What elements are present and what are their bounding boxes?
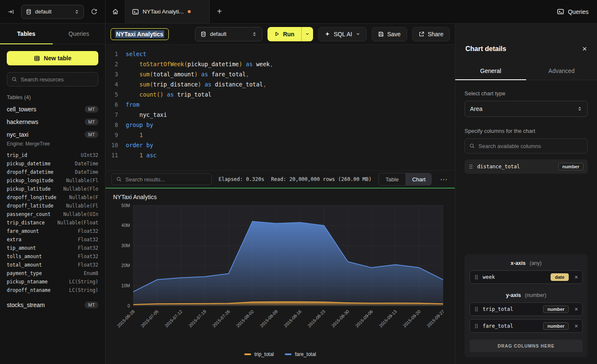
resource-search-input[interactable] <box>21 76 94 83</box>
tab-nytaxi-analytics[interactable]: NYTaxi Analyti... <box>125 0 210 23</box>
code-line[interactable]: 2 toStartOfWeek(pickup_datetime) as week… <box>105 59 455 69</box>
drag-handle-icon[interactable] <box>474 274 478 280</box>
close-icon[interactable]: × <box>582 45 587 53</box>
sidebar-item-nyc-taxi[interactable]: nyc_taxi MT <box>0 128 105 141</box>
toolbar-database-selector[interactable]: default <box>195 27 262 41</box>
code-line[interactable]: 8group by <box>105 120 455 130</box>
sql-ai-button[interactable]: SQL AI <box>318 27 367 41</box>
column-type: LC(String) <box>69 278 98 286</box>
code-line[interactable]: 6from <box>105 100 455 110</box>
drag-handle-icon[interactable] <box>474 306 478 312</box>
chart-type-value: Area <box>470 105 483 112</box>
sidebar-item-cell-towers[interactable]: cell_towers MT <box>0 103 105 116</box>
column-row[interactable]: passenger_count Nullable(UIn <box>7 210 98 218</box>
sql-editor[interactable]: 1select2 toStartOfWeek(pickup_datetime) … <box>105 45 455 170</box>
sidebar-tab-tables[interactable]: Tables <box>0 24 53 44</box>
share-button[interactable]: Share <box>412 27 450 41</box>
y-axis-column-item[interactable]: trip_total number × <box>470 302 583 316</box>
column-type-badge: number <box>543 322 568 330</box>
code-line[interactable]: 5 count() as trip_total <box>105 89 455 100</box>
column-row[interactable]: tolls_amount Float32 <box>7 252 98 261</box>
line-number: 5 <box>105 89 118 100</box>
x-axis-label: x-axis <box>511 260 525 266</box>
column-row[interactable]: pickup_ntaname LC(String) <box>7 278 98 286</box>
column-row[interactable]: extra Float32 <box>7 235 98 244</box>
column-row[interactable]: pickup_longitude Nullable(Fl <box>7 176 98 185</box>
sidebar-item-stocks-stream[interactable]: stocks_stream MT <box>0 299 105 311</box>
refresh-button[interactable] <box>88 6 100 18</box>
column-name: trip_distance <box>7 218 45 227</box>
code-line[interactable]: 10order by <box>105 140 455 150</box>
column-row[interactable]: total_amount Float32 <box>7 261 98 269</box>
run-options-button[interactable] <box>301 27 313 41</box>
legend-item[interactable]: trip_total <box>244 351 274 357</box>
column-type: UInt32 <box>81 151 98 159</box>
view-toggle-chart[interactable]: Chart <box>405 173 432 185</box>
table-name: nyc_taxi <box>7 131 28 138</box>
column-row[interactable]: dropoff_latitude Nullable(Fl <box>7 202 98 210</box>
column-name: extra <box>7 235 22 244</box>
run-button[interactable]: Run <box>267 27 301 41</box>
drop-zone[interactable]: DRAG COLUMNS HERE <box>470 340 583 352</box>
column-search-input[interactable] <box>478 143 583 149</box>
column-row[interactable]: fare_amount Float32 <box>7 227 98 235</box>
view-toggle-table[interactable]: Table <box>379 173 405 185</box>
queries-button[interactable]: Queries <box>557 8 589 15</box>
code-line[interactable]: 4 sum(trip_distance) as distance_total, <box>105 79 455 89</box>
sidebar-item-hackernews[interactable]: hackernews MT <box>0 116 105 128</box>
code-line[interactable]: 3 sum(total_amount) as fare_total, <box>105 69 455 79</box>
sidebar-collapse-button[interactable] <box>5 6 17 18</box>
column-row[interactable]: trip_id UInt32 <box>7 151 98 159</box>
tab-advanced[interactable]: Advanced <box>526 62 597 80</box>
column-row[interactable]: tip_amount Float32 <box>7 244 98 252</box>
tab-home[interactable] <box>105 0 125 23</box>
drag-handle-icon[interactable] <box>469 164 473 170</box>
svg-text:2015-08-09: 2015-08-09 <box>259 309 279 329</box>
line-number: 11 <box>105 150 118 160</box>
remove-icon[interactable]: × <box>575 306 578 313</box>
code-line[interactable]: 1select <box>105 49 455 59</box>
column-name: dropoff_ntaname <box>7 286 51 294</box>
x-axis-column-item[interactable]: week date × <box>470 270 583 284</box>
column-row[interactable]: pickup_latitude Nullable(Flo <box>7 185 98 193</box>
column-row[interactable]: trip_distance Nullable(Float <box>7 218 98 227</box>
topbar-left-cluster: default <box>0 0 105 23</box>
y-axis-column-item[interactable]: fare_total number × <box>470 319 583 333</box>
topbar-database-value: default <box>35 8 71 15</box>
remove-icon[interactable]: × <box>575 274 578 280</box>
tab-general[interactable]: General <box>455 62 526 80</box>
column-type-badge: number <box>558 163 583 170</box>
drag-handle-icon[interactable] <box>474 323 478 329</box>
svg-text:40M: 40M <box>122 223 130 228</box>
code-line[interactable]: 11 1 asc <box>105 150 455 160</box>
sidebar-tab-queries[interactable]: Queries <box>53 24 105 44</box>
column-row[interactable]: pickup_datetime DateTime <box>7 159 98 168</box>
code-line[interactable]: 9 1 <box>105 130 455 140</box>
results-search-input[interactable] <box>125 176 207 183</box>
database-icon <box>200 31 206 37</box>
chart-type-selector[interactable]: Area <box>465 101 588 117</box>
column-row[interactable]: dropoff_datetime DateTime <box>7 168 98 176</box>
engine-badge: MT <box>85 119 98 125</box>
available-column-item[interactable]: distance_total number <box>465 159 588 174</box>
column-type: Nullable(UIn <box>63 210 98 218</box>
more-options-icon[interactable]: ⋯ <box>438 175 449 184</box>
column-name: passenger_count <box>7 210 51 218</box>
svg-text:2015-09-20: 2015-09-20 <box>402 309 421 329</box>
topbar-database-selector[interactable]: default <box>21 5 84 19</box>
code-line[interactable]: 7 nyc_taxi <box>105 110 455 120</box>
column-row[interactable]: dropoff_longitude Nullable(F <box>7 193 98 202</box>
column-name: dropoff_longitude <box>7 193 57 202</box>
toolbar-database-value: default <box>210 31 248 37</box>
new-tab-button[interactable]: + <box>210 0 229 23</box>
remove-icon[interactable]: × <box>575 323 578 329</box>
legend-swatch <box>244 353 251 355</box>
new-table-button[interactable]: New table <box>7 51 98 65</box>
column-row[interactable]: dropoff_ntaname LC(String) <box>7 286 98 294</box>
chart-svg[interactable]: 010M20M30M40M50M2015-06-282015-07-052015… <box>112 202 448 351</box>
query-title-input[interactable]: NYTaxi Analytics <box>111 28 169 40</box>
legend-item[interactable]: fare_total <box>285 351 316 357</box>
column-row[interactable]: payment_type Enum8 <box>7 269 98 278</box>
save-button[interactable]: Save <box>372 27 407 41</box>
run-button-group: Run <box>267 27 313 41</box>
